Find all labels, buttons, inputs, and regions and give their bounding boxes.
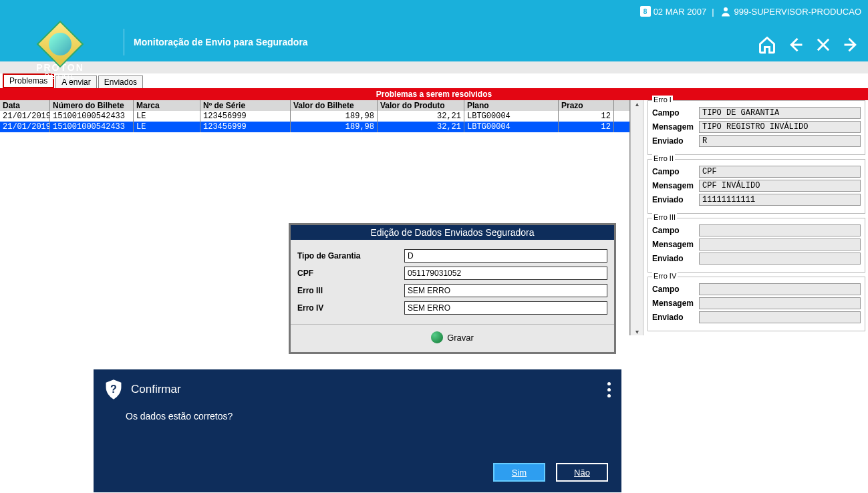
error-campo-value: TIPO DE GARANTIA (699, 107, 861, 119)
header-date: 8 02 MAR 2007 (640, 6, 707, 17)
save-icon (431, 331, 443, 343)
field-tipo-input[interactable] (404, 249, 607, 263)
problems-banner: Problemas a serem resolvidos (0, 88, 868, 100)
field-erro3-input[interactable] (404, 284, 607, 297)
cell-vbilhete: 189,98 (291, 122, 378, 132)
subheader-strip (0, 61, 868, 73)
error-campo-value (699, 224, 861, 236)
scroll-up-icon[interactable]: ▴ (635, 100, 639, 108)
error-enviado-value: R (699, 135, 861, 147)
cell-marca: LE (134, 111, 200, 122)
col-serie: Nº de Série (200, 100, 291, 111)
table-header: Data Número do Bilhete Marca Nº de Série… (0, 100, 629, 111)
error-campo-value: CPF (699, 166, 861, 178)
error-mensagem-value (699, 238, 861, 251)
col-data: Data (0, 100, 50, 111)
cell-data: 21/01/2019 (0, 111, 50, 122)
table-row[interactable]: 21/01/2019151001000542433LE123456999189,… (0, 111, 629, 122)
cell-plano: LBTG00004 (464, 122, 559, 132)
cell-vproduto: 32,21 (378, 122, 464, 132)
save-button[interactable]: Gravar (431, 331, 474, 343)
error-campo-label: Campo (652, 108, 699, 118)
shield-question-icon: ? (104, 379, 123, 400)
cell-vproduto: 32,21 (378, 111, 464, 122)
cell-numero: 151001000542433 (50, 122, 134, 132)
field-erro3-label: Erro III (297, 286, 404, 295)
cell-serie: 123456999 (200, 111, 291, 122)
error-mensagem-value: TIPO REGISTRO INVÁLIDO (699, 121, 861, 133)
header-date-text: 02 MAR 2007 (654, 7, 707, 17)
col-plano: Plano (464, 100, 559, 111)
logo-icon (37, 20, 84, 67)
field-tipo-label: Tipo de Garantia (297, 251, 404, 261)
confirm-title: Confirmar (131, 383, 181, 396)
logo-subtext: RETAIL (45, 73, 76, 80)
cell-plano: LBTG00004 (464, 111, 559, 122)
page-title: Monitoração de Envio para Seguradora (124, 29, 308, 55)
col-numero: Número do Bilhete (50, 100, 134, 111)
error-enviado-value: 11111111111 (699, 194, 861, 206)
top-bar: 8 02 MAR 2007 | 999-SUPERVISOR-PRODUCAO … (0, 0, 868, 61)
confirm-no-button[interactable]: Não (556, 463, 608, 482)
cell-data: 21/01/2019 (0, 122, 50, 132)
home-icon[interactable] (757, 35, 777, 55)
cell-prazo: 12 (559, 122, 614, 132)
field-erro4-input[interactable] (404, 301, 607, 315)
calendar-icon: 8 (640, 6, 651, 17)
tab-bar: Problemas A enviar Enviados (0, 73, 868, 88)
confirm-message: Os dados estão corretos? (94, 404, 621, 428)
field-cpf-input[interactable] (404, 267, 607, 280)
cell-vbilhete: 189,98 (291, 111, 378, 122)
table-row[interactable]: 21/01/2019151001000542433LE123456999189,… (0, 122, 629, 132)
table-scrollbar[interactable]: ▴ ▾ (630, 100, 643, 335)
error-campo-value (699, 283, 861, 295)
field-cpf-label: CPF (297, 269, 404, 278)
cell-marca: LE (134, 122, 200, 132)
col-valor-produto: Valor do Produto (378, 100, 464, 111)
svg-text:?: ? (110, 383, 117, 395)
error-mensagem-label: Mensagem (652, 240, 699, 249)
error-group: Erro IICampoCPFMensagemCPF INVÁLIDOEnvia… (647, 159, 865, 214)
header-user-text: 999-SUPERVISOR-PRODUCAO (734, 7, 861, 17)
error-mensagem-value (699, 297, 861, 309)
error-legend: Erro IV (652, 272, 678, 280)
user-icon (720, 5, 732, 17)
svg-point-0 (724, 7, 728, 11)
error-enviado-value (699, 311, 861, 323)
close-icon[interactable] (813, 35, 833, 55)
error-mensagem-label: Mensagem (652, 299, 699, 308)
cell-numero: 151001000542433 (50, 111, 134, 122)
menu-dots-icon[interactable] (607, 382, 611, 397)
header-user: 999-SUPERVISOR-PRODUCAO (720, 5, 861, 17)
error-campo-label: Campo (652, 285, 699, 294)
forward-icon[interactable] (841, 35, 861, 55)
cell-serie: 123456999 (200, 122, 291, 132)
confirm-yes-button[interactable]: Sim (493, 463, 545, 482)
error-campo-label: Campo (652, 226, 699, 235)
error-legend: Erro I (652, 96, 673, 104)
error-mensagem-label: Mensagem (652, 122, 699, 132)
error-enviado-value (699, 253, 861, 265)
error-group: Erro IIICampoMensagemEnviado (647, 218, 865, 273)
error-enviado-label: Enviado (652, 254, 699, 263)
field-erro4-label: Erro IV (297, 303, 404, 313)
error-group: Erro IVCampoMensagemEnviado (647, 277, 865, 331)
col-valor-bilhete: Valor do Bilhete (291, 100, 378, 111)
error-group: Erro ICampoTIPO DE GARANTIAMensagemTIPO … (647, 100, 865, 155)
save-button-label: Gravar (447, 333, 474, 343)
error-enviado-label: Enviado (652, 313, 699, 322)
error-mensagem-value: CPF INVÁLIDO (699, 180, 861, 192)
error-legend: Erro III (652, 213, 677, 221)
edit-modal-title: Edição de Dados Enviados Seguradora (291, 225, 614, 240)
separator: | (712, 7, 714, 17)
cell-prazo: 12 (559, 111, 614, 122)
col-marca: Marca (134, 100, 200, 111)
error-legend: Erro II (652, 154, 675, 162)
scroll-down-icon[interactable]: ▾ (635, 328, 639, 335)
error-mensagem-label: Mensagem (652, 181, 699, 190)
col-prazo: Prazo (559, 100, 614, 111)
error-campo-label: Campo (652, 167, 699, 176)
back-icon[interactable] (785, 35, 805, 55)
confirm-dialog: ? Confirmar Os dados estão corretos? Sim… (94, 369, 621, 492)
logo: PRÓTON RETAIL (0, 23, 120, 84)
